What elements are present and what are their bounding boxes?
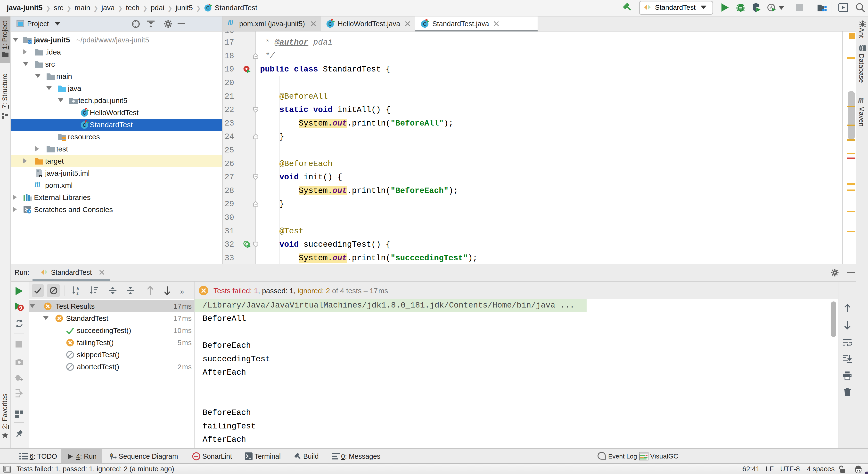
svg-text:C: C [83, 123, 86, 128]
svg-text:C: C [423, 21, 427, 27]
svg-text:z: z [76, 291, 79, 295]
svg-text:C: C [329, 21, 332, 27]
svg-text:C: C [83, 110, 86, 115]
svg-text:C: C [206, 5, 210, 10]
svg-text:a: a [76, 286, 79, 291]
svg-text:9: 9 [19, 305, 22, 311]
